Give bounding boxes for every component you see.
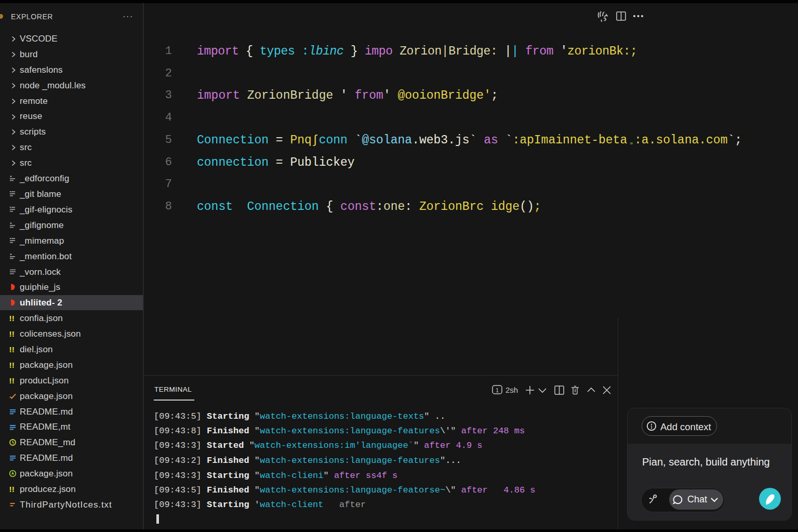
- svg-text:2sh: 2sh: [506, 385, 518, 394]
- svg-text:1: 1: [496, 387, 499, 393]
- svg-text:!!: !!: [9, 361, 15, 369]
- svg-text:!!: !!: [9, 376, 15, 385]
- svg-text:!!: !!: [9, 329, 15, 338]
- svg-text:!!: !!: [9, 314, 15, 323]
- svg-text:!!: !!: [9, 345, 15, 354]
- svg-text:!!: !!: [9, 485, 15, 494]
